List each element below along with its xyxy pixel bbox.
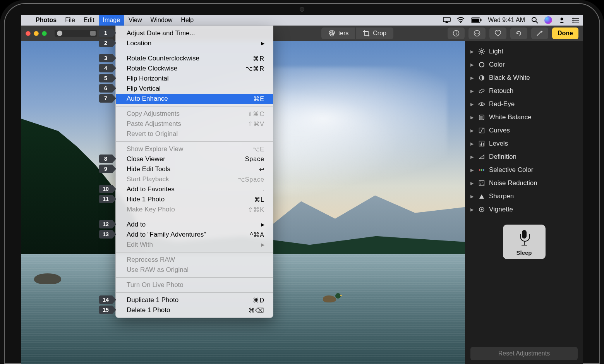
voice-control-card[interactable]: Sleep bbox=[503, 225, 546, 259]
disclosure-triangle-icon: ▶ bbox=[470, 181, 474, 186]
notification-center-icon[interactable] bbox=[571, 17, 579, 23]
menu-item-make-key-photo: Make Key Photo⇧⌘K bbox=[116, 204, 273, 215]
wifi-icon[interactable] bbox=[457, 17, 465, 23]
menu-item-duplicate-1-photo[interactable]: Duplicate 1 Photo⌘D bbox=[116, 295, 273, 305]
adjustment-row-white-balance[interactable]: ▶White Balance bbox=[470, 111, 578, 124]
menu-item-label: Flip Horizontal bbox=[127, 75, 264, 82]
info-button[interactable] bbox=[448, 27, 465, 39]
menu-item-label: Add to bbox=[127, 221, 261, 228]
adjustment-row-selective-color[interactable]: ▶Selective Color bbox=[470, 163, 578, 177]
zoom-slider[interactable] bbox=[55, 30, 97, 37]
svg-line-30 bbox=[479, 49, 480, 50]
svg-point-58 bbox=[481, 209, 483, 211]
svg-point-12 bbox=[572, 19, 573, 21]
adjustment-row-sharpen[interactable]: ▶Sharpen bbox=[470, 190, 578, 203]
done-button[interactable]: Done bbox=[552, 27, 578, 39]
svg-point-55 bbox=[482, 182, 483, 183]
svg-point-34 bbox=[479, 62, 484, 67]
adjustment-row-levels[interactable]: ▶Levels bbox=[470, 137, 578, 150]
minimize-window-button[interactable] bbox=[34, 31, 39, 36]
menu-item-show-explore-view: Show Explore View⌥E bbox=[116, 144, 273, 154]
adjustment-row-retouch[interactable]: ▶Retouch bbox=[470, 84, 578, 98]
menu-item-shortcut: ⌥⌘R bbox=[245, 65, 264, 72]
menu-item-label: Location bbox=[127, 39, 261, 47]
menu-item-label: Duplicate 1 Photo bbox=[127, 296, 253, 304]
adjustment-label: Definition bbox=[489, 153, 516, 161]
menu-item-copy-adjustments: Copy Adjustments⇧⌘C bbox=[116, 109, 273, 119]
adjustment-row-color[interactable]: ▶Color bbox=[470, 58, 578, 71]
airplay-icon[interactable] bbox=[443, 17, 451, 23]
menu-item-add-to-favorites[interactable]: Add to Favorites. bbox=[116, 184, 273, 194]
menubar-item-edit[interactable]: Edit bbox=[80, 15, 98, 26]
menu-separator bbox=[116, 292, 273, 293]
menu-item-shortcut: ⌥E bbox=[252, 146, 264, 153]
curves-icon bbox=[478, 127, 485, 134]
adjustment-row-definition[interactable]: ▶Definition bbox=[470, 150, 578, 163]
menu-item-edit-with: Edit With▶ bbox=[116, 240, 273, 250]
done-button-label: Done bbox=[558, 30, 573, 37]
menu-item-flip-horizontal[interactable]: Flip Horizontal bbox=[116, 74, 273, 84]
menu-item-add-to[interactable]: Add to▶ bbox=[116, 220, 273, 230]
menubar-app-name[interactable]: Photos bbox=[32, 15, 60, 26]
menubar-item-file[interactable]: File bbox=[61, 15, 79, 26]
reset-adjustments-button[interactable]: Reset Adjustments bbox=[470, 347, 578, 360]
svg-point-18 bbox=[456, 31, 456, 32]
menu-separator bbox=[116, 217, 273, 217]
menu-item-shortcut: ⌘⌫ bbox=[249, 307, 264, 314]
window-controls bbox=[26, 31, 47, 36]
adjustment-row-curves[interactable]: ▶Curves bbox=[470, 124, 578, 137]
menubar-clock[interactable]: Wed 9:41 AM bbox=[488, 17, 525, 24]
adjustment-row-vignette[interactable]: ▶Vignette bbox=[470, 203, 578, 216]
menu-item-delete-1-photo[interactable]: Delete 1 Photo⌘⌫ bbox=[116, 305, 273, 315]
menubar-item-help[interactable]: Help bbox=[177, 15, 197, 26]
camera-dot bbox=[300, 7, 304, 12]
battery-icon[interactable] bbox=[471, 17, 482, 23]
adjustment-row-light[interactable]: ▶Light bbox=[470, 45, 578, 58]
adjustment-row-noise-reduction[interactable]: ▶Noise Reduction bbox=[470, 177, 578, 190]
menu-item-add-to-family-adventures[interactable]: Add to “Family Adventures”^⌘A bbox=[116, 230, 273, 240]
fullscreen-window-button[interactable] bbox=[42, 31, 47, 36]
disclosure-triangle-icon: ▶ bbox=[470, 89, 474, 94]
menu-item-paste-adjustments: Paste Adjustments⇧⌘V bbox=[116, 119, 273, 129]
menu-item-rotate-clockwise[interactable]: Rotate Clockwise⌥⌘R bbox=[116, 64, 273, 74]
rotate-button[interactable] bbox=[510, 27, 527, 39]
more-button[interactable] bbox=[468, 27, 486, 39]
user-icon[interactable] bbox=[558, 17, 565, 24]
menubar-item-view[interactable]: View bbox=[125, 15, 146, 26]
menu-item-auto-enhance[interactable]: Auto Enhance⌘E bbox=[116, 94, 273, 104]
svg-point-47 bbox=[479, 169, 480, 171]
menu-item-flip-vertical[interactable]: Flip Vertical bbox=[116, 84, 273, 94]
svg-rect-3 bbox=[472, 19, 479, 22]
crop-tab[interactable]: Crop bbox=[356, 27, 393, 39]
submenu-chevron-icon: ▶ bbox=[261, 222, 264, 227]
spotlight-icon[interactable] bbox=[531, 17, 538, 24]
adjustment-row-red-eye[interactable]: ▶Red-Eye bbox=[470, 98, 578, 111]
auto-enhance-button[interactable] bbox=[531, 27, 548, 39]
tri-icon bbox=[478, 153, 485, 160]
menu-item-shortcut: ⇧⌘C bbox=[247, 110, 264, 118]
favorite-button[interactable] bbox=[489, 27, 506, 39]
adjustment-row-black-white[interactable]: ▶Black & White bbox=[470, 71, 578, 84]
menu-item-label: Revert to Original bbox=[127, 130, 264, 138]
menubar-item-image[interactable]: Image bbox=[99, 15, 124, 26]
menu-item-hide-edit-tools[interactable]: Hide Edit Tools↩ bbox=[116, 164, 273, 174]
menu-item-location[interactable]: Location▶ bbox=[116, 38, 273, 48]
menu-item-rotate-counterclockwise[interactable]: Rotate Counterclockwise⌘R bbox=[116, 53, 273, 64]
menubar-item-window[interactable]: Window bbox=[146, 15, 176, 26]
svg-rect-44 bbox=[480, 144, 480, 146]
menu-item-close-viewer[interactable]: Close ViewerSpace bbox=[116, 154, 273, 164]
siri-icon[interactable] bbox=[544, 16, 552, 24]
menu-item-hide-1-photo[interactable]: Hide 1 Photo⌘L bbox=[116, 194, 273, 204]
menu-item-shortcut: ⌘D bbox=[253, 297, 264, 304]
menu-item-adjust-date-and-time[interactable]: Adjust Date and Time... bbox=[116, 28, 273, 38]
heart-icon bbox=[494, 30, 502, 37]
menu-item-label: Use RAW as Original bbox=[127, 266, 264, 274]
ring-icon bbox=[478, 61, 485, 68]
svg-point-7 bbox=[561, 18, 563, 21]
close-window-button[interactable] bbox=[26, 31, 31, 36]
menu-item-label: Rotate Counterclockwise bbox=[127, 55, 253, 62]
disclosure-triangle-icon: ▶ bbox=[470, 207, 474, 212]
filters-tab[interactable]: ters bbox=[321, 27, 356, 39]
svg-rect-19 bbox=[456, 33, 456, 35]
filters-icon bbox=[328, 30, 335, 37]
